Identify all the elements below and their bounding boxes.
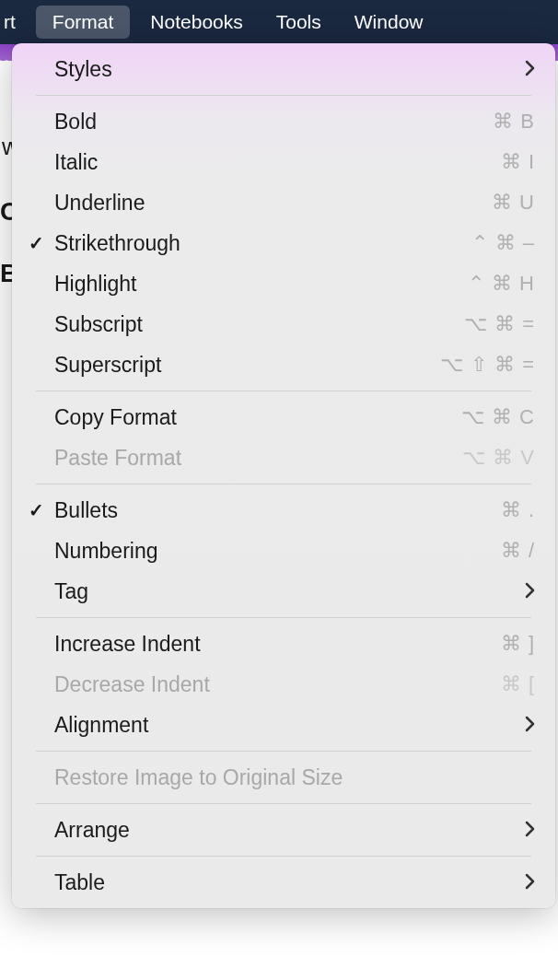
- format-dropdown-menu: StylesBold⌘ BItalic⌘ IUnderline⌘ U✓Strik…: [12, 43, 555, 908]
- menu-separator: [36, 95, 531, 96]
- menu-separator: [36, 617, 531, 618]
- check-column: ✓: [29, 499, 54, 521]
- chevron-right-icon: [525, 56, 535, 82]
- menu-item-shortcut: ⌘ B: [493, 110, 535, 134]
- menu-item-shortcut: ⌥ ⌘ C: [461, 405, 535, 429]
- menu-item-alignment[interactable]: Alignment: [12, 705, 555, 745]
- menu-item-arrange[interactable]: Arrange: [12, 810, 555, 850]
- menu-item-label: Strikethrough: [54, 231, 471, 256]
- menu-separator: [36, 803, 531, 804]
- menubar-item-notebooks[interactable]: Notebooks: [134, 0, 259, 44]
- menubar: rt Format Notebooks Tools Window: [0, 0, 558, 44]
- menu-item-restore-image-to-original-size: Restore Image to Original Size: [12, 757, 555, 798]
- menu-item-highlight[interactable]: Highlight⌃ ⌘ H: [12, 263, 555, 304]
- menu-item-strikethrough[interactable]: ✓Strikethrough⌃ ⌘ –: [12, 223, 555, 263]
- menu-item-tag[interactable]: Tag: [12, 571, 555, 612]
- chevron-right-icon: [525, 712, 535, 738]
- menu-item-label: Styles: [54, 57, 516, 82]
- menu-item-shortcut: ⌃ ⌘ –: [471, 231, 535, 255]
- menu-item-label: Superscript: [54, 353, 440, 378]
- menu-separator: [36, 751, 531, 752]
- checkmark-icon: ✓: [29, 499, 44, 521]
- menu-item-decrease-indent: Decrease Indent⌘ [: [12, 664, 555, 705]
- menu-item-paste-format: Paste Format⌥ ⌘ V: [12, 438, 555, 478]
- menu-item-subscript[interactable]: Subscript⌥ ⌘ =: [12, 304, 555, 344]
- menu-item-increase-indent[interactable]: Increase Indent⌘ ]: [12, 624, 555, 664]
- menu-item-styles[interactable]: Styles: [12, 49, 555, 89]
- menu-item-numbering[interactable]: Numbering⌘ /: [12, 531, 555, 571]
- menu-item-shortcut: ⌥ ⌘ V: [462, 446, 535, 470]
- menu-item-label: Table: [54, 870, 516, 895]
- menu-item-superscript[interactable]: Superscript⌥ ⇧ ⌘ =: [12, 344, 555, 385]
- menu-item-bold[interactable]: Bold⌘ B: [12, 101, 555, 142]
- menubar-item-insert[interactable]: rt: [0, 0, 32, 44]
- checkmark-icon: ✓: [29, 232, 44, 254]
- menu-item-shortcut: ⌘ /: [501, 539, 535, 563]
- chevron-right-icon: [525, 578, 535, 604]
- menu-item-label: Italic: [54, 150, 501, 175]
- menu-item-label: Alignment: [54, 713, 516, 738]
- menu-item-label: Subscript: [54, 312, 464, 337]
- menu-item-shortcut: ⌥ ⌘ =: [464, 312, 535, 336]
- menu-item-underline[interactable]: Underline⌘ U: [12, 182, 555, 223]
- menu-item-label: Numbering: [54, 539, 501, 564]
- menu-item-label: Paste Format: [54, 446, 462, 471]
- menu-separator: [36, 484, 531, 484]
- menu-item-label: Tag: [54, 579, 516, 604]
- menu-item-copy-format[interactable]: Copy Format⌥ ⌘ C: [12, 397, 555, 438]
- menubar-item-window[interactable]: Window: [338, 0, 440, 44]
- menu-item-label: Increase Indent: [54, 632, 501, 657]
- menu-item-label: Bold: [54, 110, 493, 134]
- menubar-item-tools[interactable]: Tools: [260, 0, 338, 44]
- menu-item-label: Bullets: [54, 498, 501, 523]
- menu-item-shortcut: ⌥ ⇧ ⌘ =: [440, 353, 535, 377]
- menu-item-label: Arrange: [54, 818, 516, 843]
- menu-item-shortcut: ⌘ ]: [501, 632, 535, 656]
- menu-item-label: Highlight: [54, 272, 468, 297]
- menu-item-label: Copy Format: [54, 405, 461, 430]
- menu-item-shortcut: ⌘ .: [501, 498, 535, 522]
- menu-item-bullets[interactable]: ✓Bullets⌘ .: [12, 490, 555, 531]
- menu-separator: [36, 391, 531, 391]
- menu-item-italic[interactable]: Italic⌘ I: [12, 142, 555, 182]
- menu-item-label: Underline: [54, 191, 492, 216]
- menu-item-shortcut: ⌘ [: [501, 672, 535, 696]
- menubar-item-format[interactable]: Format: [36, 6, 131, 39]
- menu-item-table[interactable]: Table: [12, 862, 555, 903]
- chevron-right-icon: [525, 869, 535, 895]
- check-column: ✓: [29, 232, 54, 254]
- menu-item-shortcut: ⌘ U: [492, 191, 535, 215]
- menu-item-shortcut: ⌘ I: [501, 150, 535, 174]
- chevron-right-icon: [525, 817, 535, 843]
- menu-item-shortcut: ⌃ ⌘ H: [468, 272, 535, 296]
- menu-separator: [36, 856, 531, 857]
- menu-item-label: Decrease Indent: [54, 672, 501, 697]
- menu-item-label: Restore Image to Original Size: [54, 765, 535, 790]
